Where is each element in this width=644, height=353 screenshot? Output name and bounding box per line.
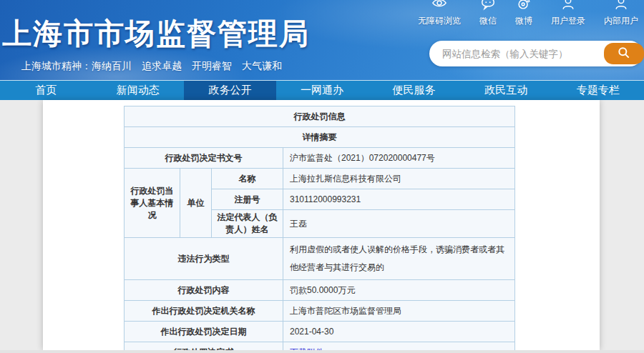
reg-no-label: 注册号 [212, 189, 283, 210]
site-tagline: 上海城市精神：海纳百川 追求卓越 开明睿智 大气谦和 [21, 60, 282, 73]
wechat-icon [479, 0, 497, 14]
user-login-label: 用户登录 [551, 15, 585, 27]
reg-no-value: 310112000993231 [283, 189, 515, 210]
nav-item-public-services[interactable]: 便民服务 [368, 81, 460, 100]
table-row: 作出行政处罚决定机关名称 上海市普陀区市场监督管理局 [125, 301, 515, 322]
penalty-info-table: 行政处罚信息 详情摘要 行政处罚决定书文号 沪市监普处（2021）0720200… [124, 106, 515, 353]
table-row: 行政处罚信息 [125, 106, 515, 127]
wechat-label: 微信 [479, 15, 497, 27]
legal-rep-value: 王磊 [283, 210, 515, 238]
name-value: 上海拉扎斯信息科技有限公司 [283, 169, 515, 189]
internal-user-icon [613, 0, 630, 14]
legal-rep-label: 法定代表人（负责人）姓名 [212, 210, 283, 238]
nav-item-gov-disclosure[interactable]: 政务公开 [184, 81, 276, 100]
accessibility-link[interactable]: 无障碍浏览 [418, 0, 461, 27]
search-input[interactable] [429, 41, 607, 66]
party-type-label: 单位 [180, 169, 212, 238]
table-row: 违法行为类型 利用虚假的或者使人误解的价格手段，诱骗消费者或者其他经营者与其进行… [125, 238, 515, 280]
site-header: 无障碍浏览 微信 微博 用户登录 内部用户 上海市市场监督管理局 [0, 0, 644, 80]
nav-item-home[interactable]: 首页 [0, 81, 92, 100]
accessibility-label: 无障碍浏览 [418, 15, 461, 27]
internal-user-label: 内部用户 [604, 15, 638, 27]
doc-no-label: 行政处罚决定书文号 [125, 148, 283, 169]
penalty-content-value: 罚款50.0000万元 [283, 280, 515, 301]
party-section-label: 行政处罚当事人基本情况 [125, 169, 180, 238]
search-icon [617, 46, 631, 62]
table-row: 行政处罚内容 罚款50.0000万元 [125, 280, 515, 301]
page-bottom-strip [0, 350, 644, 353]
violation-type-value: 利用虚假的或者使人误解的价格手段，诱骗消费者或者其他经营者与其进行交易的 [283, 238, 515, 280]
site-title: 上海市市场监督管理局 [2, 14, 310, 54]
violation-type-label: 违法行为类型 [125, 238, 283, 280]
nav-item-special-topics[interactable]: 专题专栏 [552, 81, 644, 100]
main-nav: 首页 新闻动态 政务公开 一网通办 便民服务 政民互动 专题专栏 [0, 80, 644, 100]
content-panel: 行政处罚信息 详情摘要 行政处罚决定书文号 沪市监普处（2021）0720200… [43, 100, 600, 350]
search-button[interactable] [604, 43, 644, 64]
user-login-link[interactable]: 用户登录 [551, 0, 585, 27]
table-row: 行政处罚当事人基本情况 单位 名称 上海拉扎斯信息科技有限公司 [125, 169, 515, 189]
table-row: 详情摘要 [125, 127, 515, 148]
doc-no-value: 沪市监普处（2021）072020000477号 [283, 148, 515, 169]
header-quick-links: 无障碍浏览 微信 微博 用户登录 内部用户 [418, 0, 638, 27]
table-row: 行政处罚决定书文号 沪市监普处（2021）072020000477号 [125, 148, 515, 169]
decision-date-label: 作出行政处罚决定日期 [125, 322, 283, 342]
nav-item-interaction[interactable]: 政民互动 [460, 81, 552, 100]
site-search [429, 41, 643, 66]
name-label: 名称 [212, 169, 283, 189]
authority-value: 上海市普陀区市场监督管理局 [283, 301, 515, 322]
nav-item-online-services[interactable]: 一网通办 [276, 81, 369, 100]
internal-user-link[interactable]: 内部用户 [604, 0, 638, 27]
decision-date-value: 2021-04-30 [283, 322, 515, 342]
table-title: 行政处罚信息 [125, 106, 515, 127]
nav-item-news[interactable]: 新闻动态 [92, 81, 185, 100]
penalty-content-label: 行政处罚内容 [125, 280, 283, 301]
user-login-icon [560, 0, 577, 14]
weibo-link[interactable]: 微博 [515, 0, 532, 27]
wechat-link[interactable]: 微信 [479, 0, 497, 27]
table-subtitle: 详情摘要 [125, 127, 515, 148]
weibo-icon [515, 0, 532, 14]
eye-icon [431, 0, 448, 14]
table-row: 作出行政处罚决定日期 2021-04-30 [125, 322, 515, 342]
weibo-label: 微博 [515, 15, 532, 27]
authority-label: 作出行政处罚决定机关名称 [125, 301, 283, 322]
